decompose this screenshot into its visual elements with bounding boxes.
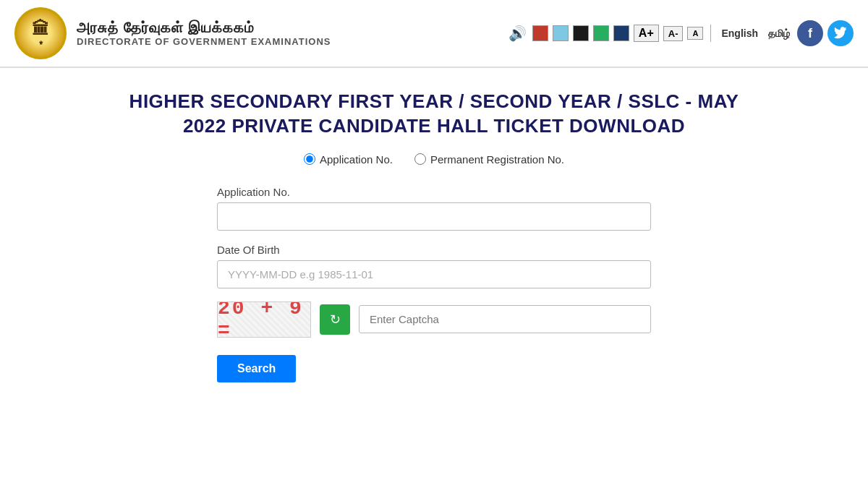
facebook-button[interactable]: f xyxy=(797,20,823,46)
refresh-icon: ↻ xyxy=(330,312,341,328)
lang-tamil-button[interactable]: தமிழ் xyxy=(765,26,793,41)
color-blue-light[interactable] xyxy=(553,25,569,41)
radio-registration-no-label: Permanent Registration No. xyxy=(430,153,564,166)
header-right: 🔊 A+ A- A English தமிழ் f xyxy=(509,20,854,46)
main-content: HIGHER SECONDARY FIRST YEAR / SECOND YEA… xyxy=(109,90,760,382)
lang-english-button[interactable]: English xyxy=(718,26,761,40)
application-no-input[interactable] xyxy=(217,202,651,231)
header-left: 🏛 ⚜ அரசுத் தேர்வுகள் இயக்ககம் DIRECTORAT… xyxy=(14,7,331,59)
radio-application-no-label: Application No. xyxy=(320,153,393,166)
font-large-button[interactable]: A+ xyxy=(634,25,659,42)
radio-registration-no-input[interactable] xyxy=(414,153,426,165)
logo: 🏛 ⚜ xyxy=(14,7,67,59)
color-navy[interactable] xyxy=(613,25,629,41)
form-section: Application No. Date Of Birth 20 + 9 = ↻… xyxy=(217,186,651,382)
header-title-tamil: அரசுத் தேர்வுகள் இயக்ககம் xyxy=(77,20,331,36)
search-button[interactable]: Search xyxy=(217,355,296,382)
radio-group: Application No. Permanent Registration N… xyxy=(123,153,745,166)
font-small-button[interactable]: A xyxy=(687,27,703,40)
sound-icon[interactable]: 🔊 xyxy=(509,25,527,42)
font-default-button[interactable]: A- xyxy=(663,26,684,41)
color-green[interactable] xyxy=(593,25,609,41)
radio-registration-no[interactable]: Permanent Registration No. xyxy=(414,153,564,166)
captcha-text: 20 + 9 = xyxy=(218,301,310,338)
captcha-row: 20 + 9 = ↻ xyxy=(217,301,651,338)
header: 🏛 ⚜ அரசுத் தேர்வுகள் இயக்ககம் DIRECTORAT… xyxy=(0,0,868,68)
page-title: HIGHER SECONDARY FIRST YEAR / SECOND YEA… xyxy=(123,90,745,139)
app-no-label: Application No. xyxy=(217,186,651,198)
lang-divider xyxy=(710,25,711,42)
dob-input[interactable] xyxy=(217,260,651,288)
dob-label: Date Of Birth xyxy=(217,244,651,256)
color-black[interactable] xyxy=(573,25,589,41)
captcha-input[interactable] xyxy=(359,305,651,333)
captcha-image: 20 + 9 = xyxy=(217,301,311,338)
twitter-icon xyxy=(834,27,847,40)
captcha-refresh-button[interactable]: ↻ xyxy=(320,304,350,335)
color-red[interactable] xyxy=(532,25,548,41)
radio-application-no[interactable]: Application No. xyxy=(304,153,393,166)
header-title-english: DIRECTORATE OF GOVERNMENT EXAMINATIONS xyxy=(77,36,331,47)
header-title-block: அரசுத் தேர்வுகள் இயக்ககம் DIRECTORATE OF… xyxy=(77,20,331,47)
twitter-button[interactable] xyxy=(827,20,854,46)
radio-application-no-input[interactable] xyxy=(304,153,315,165)
